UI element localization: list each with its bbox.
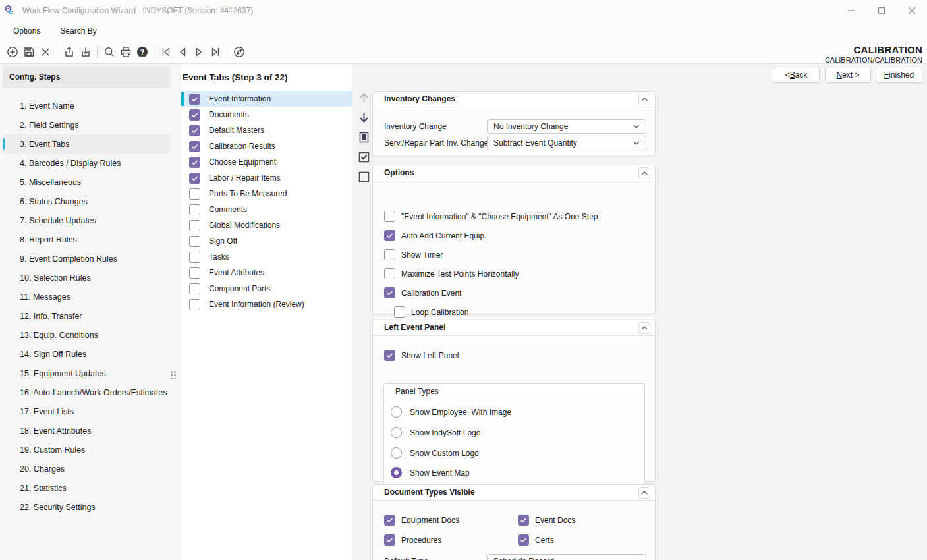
radio-button[interactable]	[391, 406, 402, 418]
checkbox[interactable]	[384, 534, 395, 546]
checkbox[interactable]	[384, 515, 395, 526]
close-button[interactable]	[897, 0, 927, 21]
tab-checkbox[interactable]	[189, 188, 200, 200]
check-all-icon[interactable]	[356, 149, 372, 165]
checkbox[interactable]	[518, 534, 529, 546]
inventory-change-select[interactable]: No Inventory Change	[487, 119, 646, 134]
next-button[interactable]: Next >	[825, 67, 871, 83]
tab-checkbox[interactable]	[189, 157, 200, 168]
export-icon[interactable]	[61, 43, 77, 61]
minimize-button[interactable]	[836, 0, 866, 21]
tab-checkbox[interactable]	[189, 283, 200, 294]
checkbox[interactable]	[384, 350, 395, 361]
checkbox[interactable]	[384, 249, 395, 260]
menu-search-by[interactable]: Search By	[53, 22, 103, 40]
collapse-icon[interactable]	[638, 487, 650, 499]
last-icon[interactable]	[207, 43, 223, 61]
tab-checkbox[interactable]	[189, 299, 200, 310]
checkbox[interactable]	[518, 515, 529, 526]
finished-button[interactable]: Finished	[876, 67, 922, 83]
tab-row-component-parts[interactable]: Component Parts	[181, 281, 352, 296]
serv-repair-select[interactable]: Subtract Event Quantity	[487, 136, 646, 150]
radio-button[interactable]	[391, 467, 402, 478]
tab-row-comments[interactable]: Comments	[181, 202, 352, 217]
save-icon[interactable]	[20, 43, 37, 61]
move-up-icon[interactable]	[356, 90, 372, 105]
checkbox[interactable]	[384, 268, 395, 279]
tab-checkbox[interactable]	[189, 236, 200, 247]
maximize-button[interactable]	[866, 0, 897, 21]
tab-checkbox[interactable]	[189, 173, 200, 184]
sidebar-item-status-changes[interactable]: 6. Status Changes	[3, 192, 170, 211]
sidebar-item-report-rules[interactable]: 8. Report Rules	[3, 230, 170, 249]
splitter-grip-icon[interactable]	[171, 371, 173, 373]
tab-row-sign-off[interactable]: Sign Off	[181, 233, 352, 249]
delete-icon[interactable]	[37, 43, 53, 61]
import-icon[interactable]	[77, 43, 94, 61]
checkbox[interactable]	[384, 287, 395, 298]
tab-row-event-information[interactable]: Event Information	[181, 91, 352, 107]
radio-button[interactable]	[391, 427, 402, 438]
previous-icon[interactable]	[174, 43, 190, 61]
tab-checkbox[interactable]	[189, 220, 200, 231]
sidebar-item-selection-rules[interactable]: 10. Selection Rules	[3, 268, 170, 287]
tab-row-documents[interactable]: Documents	[181, 107, 352, 123]
sidebar-item-auto-launch[interactable]: 16. Auto-Launch/Work Orders/Estimates	[3, 383, 170, 402]
tab-row-tasks[interactable]: Tasks	[181, 249, 352, 265]
sidebar-item-messages[interactable]: 11. Messages	[3, 287, 170, 306]
sidebar-item-miscellaneous[interactable]: 5. Miscellaneous	[3, 173, 170, 192]
sidebar-item-statistics[interactable]: 21. Statistics	[3, 478, 170, 497]
tab-row-event-information-review[interactable]: Event Information (Review)	[181, 296, 352, 312]
sidebar-item-custom-rules[interactable]: 19. Custom Rules	[3, 440, 170, 459]
sidebar-item-event-completion-rules[interactable]: 9. Event Completion Rules	[3, 249, 170, 268]
checkbox[interactable]	[394, 306, 405, 318]
sidebar-item-info-transfer[interactable]: 12. Info. Transfer	[3, 306, 170, 325]
uncheck-all-icon[interactable]	[356, 169, 372, 184]
tab-checkbox[interactable]	[189, 94, 200, 105]
collapse-icon[interactable]	[638, 167, 650, 179]
tab-row-calibration-results[interactable]: Calibration Results	[181, 138, 352, 154]
collapse-icon[interactable]	[638, 94, 650, 105]
sidebar-item-equip-conditions[interactable]: 13. Equip. Conditions	[3, 325, 170, 345]
document-list-icon[interactable]	[356, 129, 372, 145]
print-icon[interactable]	[117, 43, 134, 61]
help-icon[interactable]: ?	[134, 43, 150, 61]
tab-row-global-modifications[interactable]: Global Modifications	[181, 217, 352, 233]
checkbox[interactable]	[384, 211, 395, 222]
radio-button[interactable]	[391, 447, 402, 459]
next-icon[interactable]	[190, 43, 207, 61]
menu-options[interactable]: Options	[7, 22, 47, 40]
tab-checkbox[interactable]	[189, 109, 200, 121]
sidebar-item-sign-off-rules[interactable]: 14. Sign Off Rules	[3, 345, 170, 364]
sidebar-item-field-settings[interactable]: 2. Field Settings	[3, 115, 170, 134]
tab-row-choose-equipment[interactable]: Choose Equipment	[181, 154, 352, 170]
sidebar-item-event-name[interactable]: 1. Event Name	[3, 96, 170, 115]
tab-row-event-attributes[interactable]: Event Attributes	[181, 265, 352, 281]
sidebar-item-barcodes[interactable]: 4. Barcodes / Display Rules	[3, 154, 170, 173]
tab-checkbox[interactable]	[189, 267, 200, 279]
first-icon[interactable]	[157, 43, 174, 61]
tab-row-default-masters[interactable]: Default Masters	[181, 123, 352, 138]
sidebar-item-equipment-updates[interactable]: 15. Equipment Updates	[3, 364, 170, 383]
search-icon[interactable]	[101, 43, 117, 61]
back-button[interactable]: < Back	[773, 67, 820, 83]
collapse-icon[interactable]	[638, 322, 650, 334]
sidebar-item-event-lists[interactable]: 17. Event Lists	[3, 402, 170, 421]
tab-checkbox[interactable]	[189, 204, 200, 215]
sidebar-item-schedule-updates[interactable]: 7. Schedule Updates	[3, 211, 170, 230]
checkbox[interactable]	[384, 230, 395, 241]
default-type-select[interactable]: Schedule Record	[487, 554, 646, 560]
move-down-icon[interactable]	[356, 109, 372, 125]
tab-checkbox[interactable]	[189, 125, 200, 136]
sidebar-item-charges[interactable]: 20. Charges	[3, 459, 170, 478]
compass-icon[interactable]	[231, 43, 247, 61]
tab-row-parts-to-be-measured[interactable]: Parts To Be Measured	[181, 186, 352, 202]
tab-checkbox[interactable]	[189, 252, 200, 263]
sidebar-item-event-tabs[interactable]: 3. Event Tabs	[3, 134, 170, 154]
tab-checkbox[interactable]	[189, 141, 200, 152]
sidebar-item-event-attributes[interactable]: 18. Event Attributes	[3, 421, 170, 440]
add-icon[interactable]	[4, 43, 20, 61]
option-label: Event Docs	[535, 516, 575, 525]
sidebar-item-security-settings[interactable]: 22. Security Settings	[3, 497, 170, 517]
tab-row-labor-repair-items[interactable]: Labor / Repair Items	[181, 170, 352, 186]
